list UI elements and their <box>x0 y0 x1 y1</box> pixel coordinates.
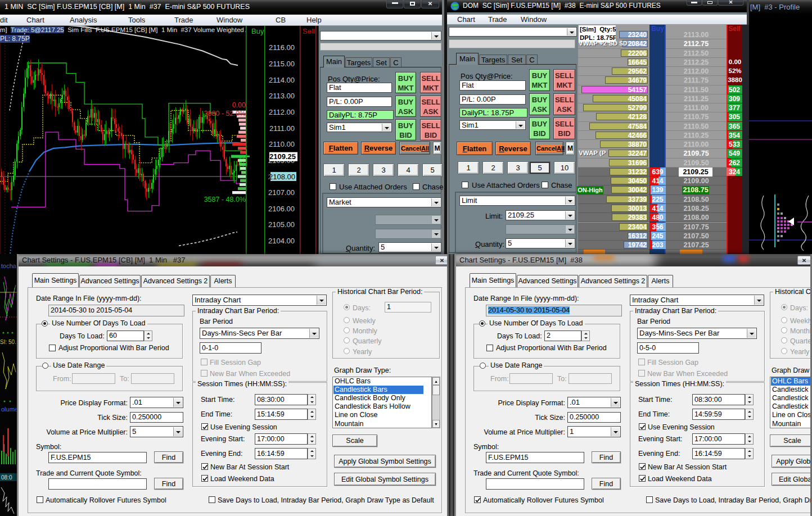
svg-text:2115.00: 2115.00 <box>269 60 295 68</box>
svg-text:Sell: Sell <box>303 27 315 35</box>
svg-text:2112.00: 2112.00 <box>269 108 295 116</box>
svg-text:2107.00: 2107.00 <box>268 188 295 197</box>
svg-text:2113.00: 2113.00 <box>269 92 295 100</box>
svg-text:2109.25: 2109.25 <box>269 152 296 161</box>
svg-text:2114.00: 2114.00 <box>269 76 295 84</box>
svg-text:0.00: 0.00 <box>232 101 246 109</box>
svg-text:3587 - 48.0%: 3587 - 48.0% <box>204 196 246 203</box>
svg-text:2110.00: 2110.00 <box>269 140 295 148</box>
svg-text:2106.00: 2106.00 <box>268 205 295 213</box>
svg-text:3880 - 52.0%: 3880 - 52.0% <box>204 110 246 117</box>
svg-text:SI: 50.: SI: 50. <box>0 339 16 345</box>
svg-text:tocha: tocha <box>1 262 17 269</box>
svg-text:2105.00: 2105.00 <box>268 220 295 229</box>
svg-text:olume: olume <box>1 406 17 413</box>
svg-text:08:0: 08:0 <box>1 474 12 481</box>
svg-text:2104.00: 2104.00 <box>268 237 295 245</box>
svg-text:2111.00: 2111.00 <box>269 124 295 133</box>
svg-text:Buy: Buy <box>251 27 264 35</box>
svg-text:2108.00: 2108.00 <box>269 173 295 181</box>
svg-text:2116.00: 2116.00 <box>269 43 295 52</box>
